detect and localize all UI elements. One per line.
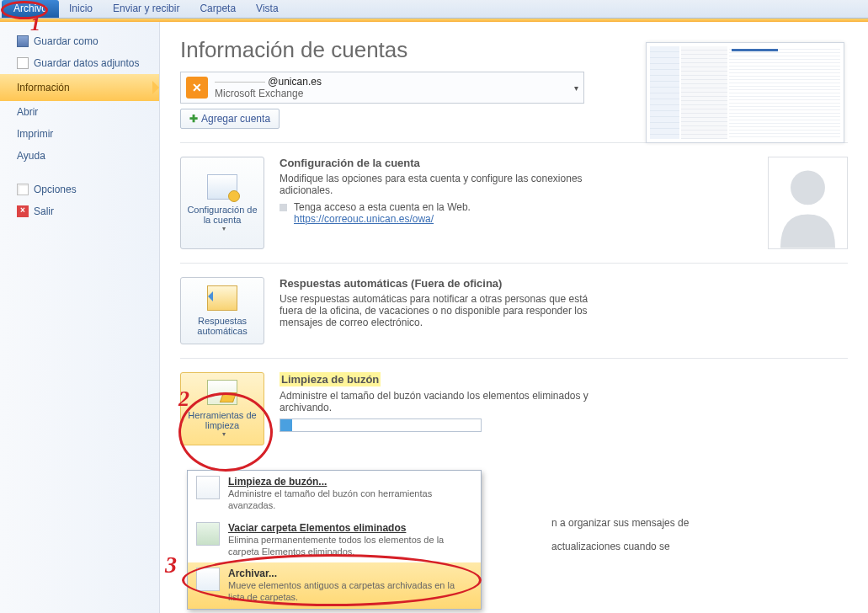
archive-icon [196,568,220,591]
account-settings-button[interactable]: Configuración de la cuenta▾ [180,157,264,249]
button-label: Configuración de la cuenta [184,205,260,225]
cleanup-tools-menu: Limpieza de buzón... Administre el tamañ… [187,470,482,610]
backstage-nav: Guardar como Guardar datos adjuntos Info… [0,22,160,613]
nav-label: Ayuda [17,150,45,162]
menu-item-desc: Administre el tamaño del buzón con herra… [228,488,472,512]
user-avatar [768,157,848,249]
section-heading: Limpieza de buzón [280,372,381,386]
exit-icon: × [17,205,29,217]
cleanup-tools-button[interactable]: Herramientas de limpieza▾ [180,372,264,445]
plus-icon: ✚ [189,113,198,125]
cleanup-icon [196,476,220,499]
nav-label: Guardar datos adjuntos [34,57,139,69]
bullet-icon [280,204,287,211]
nav-exit[interactable]: × Salir [0,200,159,222]
nav-label: Abrir [17,106,38,118]
tab-file[interactable]: Archivo [2,0,59,18]
nav-save-attachments[interactable]: Guardar datos adjuntos [0,52,159,74]
auto-reply-icon [207,285,237,311]
chevron-down-icon: ▾ [222,225,226,232]
save-icon [17,35,29,47]
nav-save-as[interactable]: Guardar como [0,30,159,52]
button-label: Respuestas automáticas [184,316,260,336]
chevron-down-icon: ▾ [574,83,578,93]
partial-text: n a organizar sus mensajes de actualizac… [551,517,770,552]
nav-print[interactable]: Imprimir [0,123,159,145]
account-settings-icon [207,174,237,200]
section-mailbox-cleanup: Herramientas de limpieza▾ Limpieza de bu… [180,358,848,445]
nav-label: Información [17,82,70,93]
nav-label: Imprimir [17,128,53,140]
svg-point-0 [791,170,825,205]
window-preview-thumbnail [646,42,844,143]
nav-label: Guardar como [34,35,99,47]
nav-info[interactable]: Información [0,74,159,101]
menu-item-empty-deleted[interactable]: Vaciar carpeta Elementos eliminados Elim… [188,517,481,563]
tab-home[interactable]: Inicio [59,0,103,18]
section-account-settings: Configuración de la cuenta▾ Configuració… [180,142,848,249]
account-type: Microsoft Exchange [215,88,574,99]
nav-open[interactable]: Abrir [0,101,159,123]
chevron-down-icon: ▾ [222,430,226,438]
nav-help[interactable]: Ayuda [0,145,159,167]
menu-item-desc: Elimina permanentemente todos los elemen… [228,534,472,558]
menu-item-title: Archivar... [228,568,472,579]
tab-folder[interactable]: Carpeta [189,0,246,18]
cleanup-icon [207,380,237,405]
section-text: Tenga acceso a esta cuenta en la Web. [294,201,471,213]
button-label: Herramientas de limpieza [184,410,260,430]
menu-item-mailbox-cleanup[interactable]: Limpieza de buzón... Administre el tamañ… [188,471,481,517]
mailbox-quota-bar [280,418,482,432]
section-text: Modifique las opciones para esta cuenta … [280,173,599,196]
auto-reply-button[interactable]: Respuestas automáticas [180,277,264,344]
section-text: Administre el tamaño del buzón vaciando … [280,390,599,413]
add-account-label: Agregar cuenta [201,113,270,125]
section-text: Use respuestas automáticas para notifica… [280,293,599,328]
nav-options[interactable]: Opciones [0,179,159,200]
account-email: ————— @unican.es [215,76,574,88]
menu-item-archive[interactable]: Archivar... Mueve elementos antiguos a c… [188,562,481,609]
attachment-icon [17,57,29,69]
tab-view[interactable]: Vista [246,0,288,18]
section-heading: Respuestas automáticas (Fuera de oficina… [280,277,599,290]
section-heading: Configuración de la cuenta [280,157,599,169]
add-account-button[interactable]: ✚ Agregar cuenta [180,109,280,129]
section-auto-reply: Respuestas automáticas Respuestas automá… [180,263,848,344]
nav-label: Opciones [34,184,77,195]
tab-send-receive[interactable]: Enviar y recibir [103,0,189,18]
exchange-icon: ✕ [186,77,208,99]
menu-item-desc: Mueve elementos antiguos a carpetas arch… [228,579,472,604]
ribbon: Archivo Inicio Enviar y recibir Carpeta … [0,0,868,19]
menu-item-title: Limpieza de buzón... [228,476,472,488]
owa-link[interactable]: https://correouc.unican.es/owa/ [294,213,434,225]
menu-item-title: Vaciar carpeta Elementos eliminados [228,522,472,534]
trash-icon [196,522,220,546]
account-selector[interactable]: ✕ ————— @unican.es Microsoft Exchange ▾ [180,72,584,104]
nav-label: Salir [34,205,54,217]
options-icon [17,184,29,195]
